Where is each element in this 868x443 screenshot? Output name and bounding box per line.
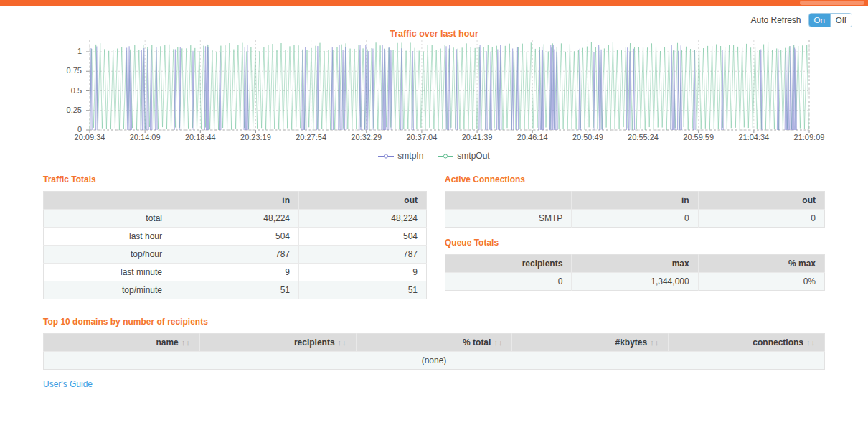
table-row: top/hour 787 787 (44, 246, 427, 264)
legend-marker-icon (378, 153, 394, 159)
table-header-row: recipients max % max (445, 255, 825, 273)
traffic-totals-table: in out total 48,224 48,224 last hour 504… (43, 191, 427, 299)
auto-refresh-label: Auto Refresh (750, 15, 801, 25)
table-row-empty: (none) (44, 352, 825, 370)
legend-label: smtpOut (457, 151, 489, 161)
top-domains-table: name↑↓ recipients↑↓ % total↑↓ #kbytes↑↓ … (43, 333, 825, 370)
value-in: 504 (171, 228, 299, 246)
y-axis-tick-label: 0.5 (0, 86, 82, 95)
sort-arrows-icon: ↑↓ (181, 338, 191, 347)
traffic-chart-section: Traffic over last hour 00.250.50.75120:0… (0, 29, 868, 162)
column-header-label: connections (753, 337, 803, 348)
table-row: last minute 9 9 (44, 264, 427, 281)
column-header-recipients[interactable]: recipients↑↓ (199, 334, 356, 352)
value-recipients: 0 (445, 273, 572, 291)
column-header-connections[interactable]: connections↑↓ (669, 334, 825, 352)
chart-legend: smtpInsmtpOut (0, 150, 868, 162)
y-axis-tick-label: 1 (0, 47, 82, 55)
value-out: 51 (299, 281, 427, 299)
value-in: 51 (171, 281, 299, 299)
users-guide-link[interactable]: User's Guide (43, 379, 93, 389)
column-header-out: out (299, 192, 427, 210)
sort-arrows-icon: ↑↓ (650, 338, 659, 347)
table-header-row: name↑↓ recipients↑↓ % total↑↓ #kbytes↑↓ … (44, 334, 825, 352)
legend-item-smtpIn[interactable]: smtpIn (378, 151, 423, 161)
value-max: 1,344,000 (572, 273, 698, 291)
legend-label: smtpIn (397, 151, 423, 161)
column-header (445, 192, 572, 210)
sort-arrows-icon: ↑↓ (494, 338, 503, 347)
queue-totals-heading: Queue Totals (445, 238, 825, 248)
top-nav-active-indicator[interactable] (800, 1, 864, 5)
main-content: Traffic Totals in out total 48,224 48,22… (43, 169, 825, 390)
queue-totals-table: recipients max % max 0 1,344,000 0% (445, 254, 825, 291)
value-in: 0 (572, 210, 698, 228)
column-header-kbytes[interactable]: #kbytes↑↓ (512, 334, 669, 352)
active-connections-heading: Active Connections (445, 174, 825, 185)
column-header-label: % total (463, 337, 491, 348)
column-header-label: #kbytes (615, 337, 647, 348)
value-out: 9 (299, 264, 427, 281)
empty-placeholder: (none) (44, 352, 825, 370)
auto-refresh-toggle: On Off (808, 13, 852, 27)
column-header (44, 192, 171, 210)
table-row: total 48,224 48,224 (44, 210, 427, 228)
chart-plot-area[interactable]: 00.250.50.75120:09:3420:14:0920:18:4420:… (0, 40, 868, 144)
row-label: top/minute (44, 281, 171, 299)
sort-arrows-icon: ↑↓ (806, 338, 816, 347)
y-axis-tick-label: 0.75 (0, 66, 82, 75)
chart-title: Traffic over last hour (0, 29, 868, 40)
traffic-totals-heading: Traffic Totals (43, 174, 427, 185)
auto-refresh-on-button[interactable]: On (809, 14, 831, 27)
legend-marker-icon (438, 153, 453, 159)
column-header-label: name (156, 337, 178, 348)
table-header-row: in out (44, 192, 427, 210)
value-out: 504 (299, 228, 427, 246)
column-header-label: recipients (294, 337, 335, 348)
value-out: 0 (698, 210, 824, 228)
column-header-pct-max: % max (698, 255, 824, 273)
value-in: 787 (171, 246, 299, 264)
sort-arrows-icon: ↑↓ (338, 338, 347, 347)
chart-svg (86, 40, 812, 136)
column-header-max: max (572, 255, 698, 273)
column-header-name[interactable]: name↑↓ (44, 334, 200, 352)
value-out: 48,224 (299, 210, 427, 228)
table-row: last hour 504 504 (44, 228, 427, 246)
top-domains-heading: Top 10 domains by number of recipients (43, 317, 825, 327)
legend-item-smtpOut[interactable]: smtpOut (438, 151, 489, 161)
table-row: 0 1,344,000 0% (445, 273, 825, 291)
table-header-row: in out (445, 192, 825, 210)
top-nav-bar (0, 0, 868, 6)
column-header-out: out (698, 192, 824, 210)
value-out: 787 (299, 246, 427, 264)
value-in: 48,224 (171, 210, 299, 228)
y-axis-tick-label: 0.25 (0, 106, 82, 114)
column-header-in: in (171, 192, 299, 210)
column-header-in: in (572, 192, 698, 210)
active-connections-table: in out SMTP 0 0 (445, 191, 825, 228)
column-header-recipients: recipients (445, 255, 572, 273)
value-in: 9 (171, 264, 299, 281)
value-pct-max: 0% (698, 273, 824, 291)
row-label: last hour (44, 228, 171, 246)
auto-refresh-off-button[interactable]: Off (831, 14, 852, 27)
table-row: SMTP 0 0 (445, 210, 825, 228)
table-row: top/minute 51 51 (44, 281, 427, 299)
row-label: total (44, 210, 171, 228)
row-label: SMTP (445, 210, 572, 228)
auto-refresh-control: Auto Refresh On Off (0, 13, 868, 27)
row-label: last minute (44, 264, 171, 281)
column-header-pct-total[interactable]: % total↑↓ (356, 334, 512, 352)
row-label: top/hour (44, 246, 171, 264)
